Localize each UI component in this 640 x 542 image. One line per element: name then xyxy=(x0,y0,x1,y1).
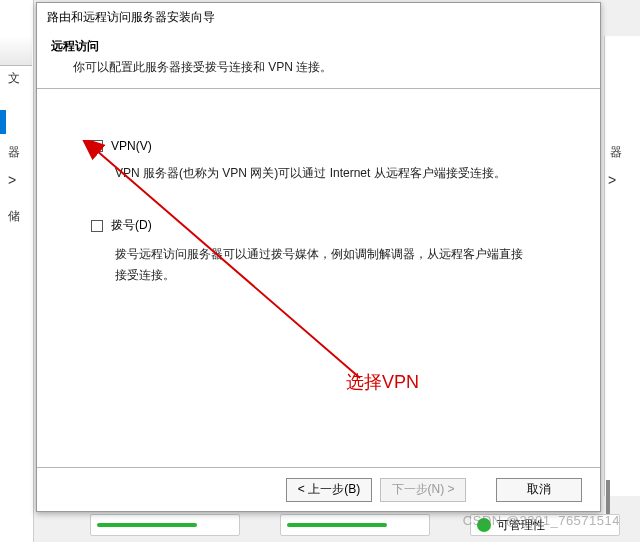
status-card xyxy=(90,514,240,536)
cancel-button[interactable]: 取消 xyxy=(496,478,582,502)
wizard-dialog: 路由和远程访问服务器安装向导 远程访问 你可以配置此服务器接受拨号连接和 VPN… xyxy=(36,2,601,512)
vpn-checkbox[interactable] xyxy=(91,140,103,152)
dialog-header-title: 远程访问 xyxy=(51,38,586,55)
vpn-description: VPN 服务器(也称为 VPN 网关)可以通过 Internet 从远程客户端接… xyxy=(91,163,531,183)
dial-checkbox[interactable] xyxy=(91,220,103,232)
status-bar-icon xyxy=(287,523,387,527)
option-dial: 拨号(D) 拨号远程访问服务器可以通过拨号媒体，例如调制解调器，从远程客户端直接… xyxy=(91,217,570,285)
status-bar-icon xyxy=(97,523,197,527)
watermark-text: CSDN @2301_76571514 xyxy=(463,513,620,528)
dial-description: 拨号远程访问服务器可以通过拨号媒体，例如调制解调器，从远程客户端直接接受连接。 xyxy=(91,244,531,285)
vpn-label[interactable]: VPN(V) xyxy=(111,139,152,153)
status-card xyxy=(280,514,430,536)
background-label-qi: 器 xyxy=(8,144,28,161)
dialog-footer: < 上一步(B) 下一步(N) > 取消 xyxy=(37,467,600,511)
annotation-text: 选择VPN xyxy=(346,370,419,394)
background-chevron-icon: > xyxy=(8,172,28,188)
dialog-title: 路由和远程访问服务器安装向导 xyxy=(37,3,600,30)
next-button: 下一步(N) > xyxy=(380,478,466,502)
background-label-chu: 储 xyxy=(8,208,28,225)
background-selection-marker xyxy=(0,110,6,134)
dialog-header: 远程访问 你可以配置此服务器接受拨号连接和 VPN 连接。 xyxy=(37,30,600,89)
dial-label[interactable]: 拨号(D) xyxy=(111,217,152,234)
dialog-header-subtitle: 你可以配置此服务器接受拨号连接和 VPN 连接。 xyxy=(51,59,586,76)
background-toolbar-strip xyxy=(0,36,32,66)
option-vpn: VPN(V) VPN 服务器(也称为 VPN 网关)可以通过 Internet … xyxy=(91,139,570,183)
background-label-wen: 文 xyxy=(0,66,32,90)
dialog-body: VPN(V) VPN 服务器(也称为 VPN 网关)可以通过 Internet … xyxy=(37,89,600,451)
background-right-label-qi: 器 xyxy=(610,144,630,161)
back-button[interactable]: < 上一步(B) xyxy=(286,478,372,502)
background-right-pane xyxy=(604,36,640,496)
background-right-chevron-icon: > xyxy=(608,172,628,188)
